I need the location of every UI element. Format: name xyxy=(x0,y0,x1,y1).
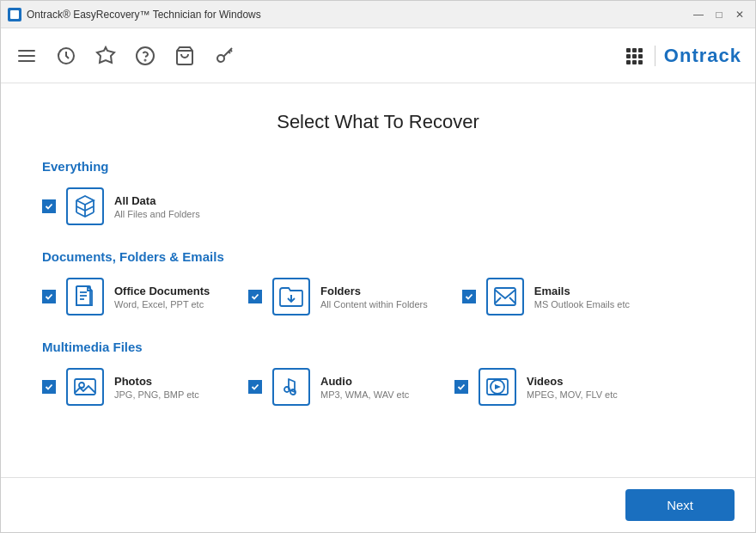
svg-rect-7 xyxy=(632,48,637,52)
apps-grid-icon[interactable] xyxy=(622,44,646,68)
item-text-videos: Videos MPEG, MOV, FLV etc xyxy=(527,375,618,400)
footer: Next xyxy=(1,477,755,532)
cart-icon[interactable] xyxy=(173,44,197,68)
office-docs-icon-box xyxy=(66,278,104,316)
key-icon[interactable] xyxy=(212,44,236,68)
photos-icon-box xyxy=(66,368,104,406)
history-icon[interactable] xyxy=(54,44,78,68)
checkbox-emails[interactable] xyxy=(462,290,476,303)
items-row-documents: Office Documents Word, Excel, PPT etc xyxy=(42,278,714,316)
checkbox-folders[interactable] xyxy=(248,290,262,303)
maximize-button[interactable]: □ xyxy=(710,6,728,23)
item-emails: Emails MS Outlook Emails etc xyxy=(462,278,634,316)
item-text-emails: Emails MS Outlook Emails etc xyxy=(534,285,630,309)
svg-line-23 xyxy=(495,297,501,303)
svg-rect-10 xyxy=(632,54,637,58)
item-text-audio: Audio MP3, WMA, WAV etc xyxy=(320,375,409,400)
window-controls: — □ ✕ xyxy=(690,6,748,23)
svg-rect-13 xyxy=(632,60,637,64)
svg-point-3 xyxy=(145,59,146,60)
help-icon[interactable] xyxy=(133,44,157,68)
menu-icon[interactable] xyxy=(15,44,39,68)
page-title: Select What To Recover xyxy=(42,111,714,133)
svg-point-27 xyxy=(284,387,290,392)
items-row-everything: All Data All Files and Folders xyxy=(42,187,714,225)
checkbox-wrap-videos xyxy=(454,380,468,394)
checkbox-videos[interactable] xyxy=(454,380,468,394)
folders-icon-box xyxy=(272,278,310,316)
item-text-all-data: All Data All Files and Folders xyxy=(114,194,200,219)
toolbar: Ontrack xyxy=(1,28,755,83)
item-name-emails: Emails xyxy=(534,285,630,297)
item-audio: Audio MP3, WMA, WAV etc xyxy=(248,368,420,406)
checkbox-wrap-audio xyxy=(248,380,262,394)
toolbar-left xyxy=(15,44,236,68)
title-bar-left: Ontrack® EasyRecovery™ Technician for Wi… xyxy=(8,8,261,21)
window-title: Ontrack® EasyRecovery™ Technician for Wi… xyxy=(27,9,261,21)
checkbox-wrap-photos xyxy=(42,380,56,394)
item-name-office-docs: Office Documents xyxy=(114,285,210,297)
section-everything: Everything xyxy=(42,159,714,225)
item-text-office-docs: Office Documents Word, Excel, PPT etc xyxy=(114,285,210,309)
item-desc-folders: All Content within Folders xyxy=(320,299,428,309)
svg-rect-8 xyxy=(638,48,643,52)
ontrack-logo: Ontrack xyxy=(664,45,741,67)
section-multimedia: Multimedia Files Photos xyxy=(42,340,714,406)
svg-point-5 xyxy=(217,55,224,62)
checkbox-audio[interactable] xyxy=(248,380,262,394)
checkbox-wrap-all-data xyxy=(42,199,56,213)
tools-icon[interactable] xyxy=(94,44,118,68)
section-title-multimedia: Multimedia Files xyxy=(42,340,714,354)
item-photos: Photos JPG, PNG, BMP etc xyxy=(42,368,214,406)
svg-line-24 xyxy=(509,297,515,303)
svg-rect-12 xyxy=(626,60,631,64)
checkbox-photos[interactable] xyxy=(42,380,56,394)
item-desc-office-docs: Word, Excel, PPT etc xyxy=(114,299,210,309)
all-data-icon-box xyxy=(66,187,104,225)
item-desc-all-data: All Files and Folders xyxy=(114,209,200,219)
item-name-all-data: All Data xyxy=(114,194,200,207)
main-content: Select What To Recover Everything xyxy=(1,83,755,477)
item-desc-audio: MP3, WMA, WAV etc xyxy=(320,389,409,400)
item-name-videos: Videos xyxy=(527,375,618,388)
item-desc-photos: JPG, PNG, BMP etc xyxy=(114,389,199,400)
item-videos: Videos MPEG, MOV, FLV etc xyxy=(454,368,626,406)
items-row-multimedia: Photos JPG, PNG, BMP etc xyxy=(42,368,714,406)
checkbox-all-data[interactable] xyxy=(42,199,56,213)
checkbox-wrap-folders xyxy=(248,290,262,303)
next-button[interactable]: Next xyxy=(625,489,735,521)
toolbar-right: Ontrack xyxy=(622,44,741,68)
checkbox-wrap-emails xyxy=(462,290,476,303)
svg-rect-6 xyxy=(626,48,631,52)
svg-rect-25 xyxy=(75,379,95,395)
svg-rect-22 xyxy=(495,288,515,305)
item-desc-emails: MS Outlook Emails etc xyxy=(534,299,630,309)
checkbox-wrap-office-docs xyxy=(42,290,56,303)
audio-icon-box xyxy=(272,368,310,406)
title-bar: Ontrack® EasyRecovery™ Technician for Wi… xyxy=(1,1,755,28)
svg-rect-14 xyxy=(638,60,643,64)
item-name-folders: Folders xyxy=(320,285,428,297)
section-documents: Documents, Folders & Emails xyxy=(42,249,714,316)
item-all-data: All Data All Files and Folders xyxy=(42,187,214,225)
section-title-documents: Documents, Folders & Emails xyxy=(42,249,714,264)
item-name-photos: Photos xyxy=(114,375,199,388)
svg-marker-31 xyxy=(495,384,501,389)
checkbox-office-docs[interactable] xyxy=(42,290,56,303)
videos-icon-box xyxy=(479,368,516,406)
item-folders: Folders All Content within Folders xyxy=(248,278,428,316)
item-text-folders: Folders All Content within Folders xyxy=(320,285,428,309)
item-desc-videos: MPEG, MOV, FLV etc xyxy=(527,389,618,400)
item-text-photos: Photos JPG, PNG, BMP etc xyxy=(114,375,199,400)
item-office-docs: Office Documents Word, Excel, PPT etc xyxy=(42,278,214,316)
minimize-button[interactable]: — xyxy=(690,6,707,23)
svg-rect-9 xyxy=(626,54,631,58)
close-button[interactable]: ✕ xyxy=(731,6,748,23)
section-title-everything: Everything xyxy=(42,159,714,174)
emails-icon-box xyxy=(486,278,524,316)
item-name-audio: Audio xyxy=(320,375,409,388)
app-icon xyxy=(8,8,21,21)
svg-rect-0 xyxy=(10,10,19,19)
svg-rect-11 xyxy=(638,54,643,58)
toolbar-divider xyxy=(655,46,655,66)
